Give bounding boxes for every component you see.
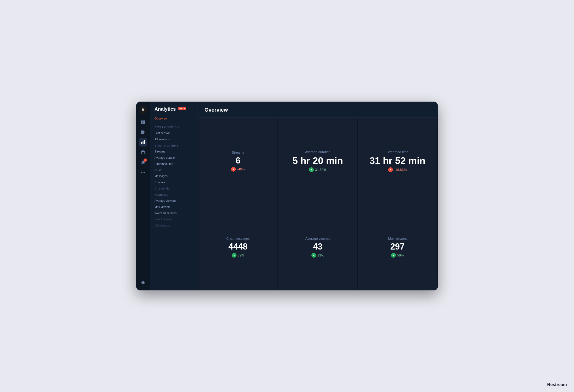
sidebar-item-messages[interactable]: Messages	[150, 173, 198, 179]
sidebar-item-all-followers: All followers	[150, 222, 198, 229]
svg-rect-12	[143, 281, 143, 284]
up-arrow-icon: ▲	[232, 253, 237, 258]
sidebar-item-avg-viewers[interactable]: Average viewers	[150, 198, 198, 204]
metric-label: Streamed time	[387, 150, 408, 154]
change-text: -18.83%	[394, 168, 407, 172]
metric-change: ▲32%	[232, 253, 245, 258]
metric-change: ▼-40%	[231, 167, 245, 172]
change-text: 32%	[238, 253, 245, 257]
sidebar-section-label: STREAM SESSIONS	[150, 124, 198, 130]
metric-card-streams: Streams6▼-40%	[199, 118, 277, 204]
change-text: 23%	[317, 253, 324, 257]
svg-point-8	[143, 172, 144, 173]
svg-rect-0	[141, 120, 143, 122]
sidebar-item-new-followers: New followers	[150, 216, 198, 222]
rail-icon-more[interactable]	[139, 168, 147, 177]
metric-label: Max viewers	[388, 237, 407, 240]
svg-rect-5	[143, 141, 144, 144]
metric-label: Average duration	[305, 150, 330, 154]
svg-rect-6	[144, 140, 145, 144]
sidebar-section-label: STREAM METRICS	[150, 142, 198, 148]
sidebar-item-streamed-time[interactable]: Streamed time	[150, 161, 198, 167]
change-text: -40%	[237, 167, 245, 171]
sidebar-section-label: CHAT	[150, 167, 198, 173]
up-arrow-icon: ▲	[309, 167, 314, 172]
svg-point-9	[144, 172, 145, 173]
metric-value: 31 hr 52 min	[369, 156, 425, 165]
svg-rect-4	[141, 142, 142, 144]
main-content: Overview Streams6▼-40%Average duration5 …	[198, 102, 438, 290]
change-text: 58%	[397, 253, 404, 257]
icon-rail: R	[136, 102, 150, 290]
sidebar-item-avg-duration[interactable]: Average duration	[150, 155, 198, 161]
metric-value: 6	[236, 156, 240, 165]
sidebar: Analytics Beta Overview STREAM SESSIONSL…	[150, 102, 198, 290]
sidebar-item-last-session[interactable]: Last session	[150, 130, 198, 136]
logo-button[interactable]: R	[139, 105, 147, 114]
sidebar-sections: STREAM SESSIONSLast sessionAll sessionsS…	[150, 124, 198, 229]
metric-change: ▲23%	[311, 253, 324, 258]
metric-change: ▲58%	[391, 253, 404, 258]
rail-icon-analytics[interactable]	[139, 138, 147, 147]
svg-rect-1	[141, 122, 143, 124]
sidebar-item-chat-trends: Chat trends	[150, 185, 198, 192]
metric-value: 5 hr 20 min	[292, 156, 343, 165]
change-text: 31.32%	[315, 168, 326, 172]
sidebar-item-streams[interactable]: Streams	[150, 148, 198, 155]
svg-point-7	[141, 172, 142, 173]
sidebar-title: Analytics	[155, 106, 176, 112]
rail-icon-dashboard[interactable]	[139, 118, 147, 126]
rail-icon-gift[interactable]	[139, 278, 147, 287]
down-arrow-icon: ▼	[388, 167, 393, 172]
metrics-grid: Streams6▼-40%Average duration5 hr 20 min…	[198, 118, 438, 290]
metric-label: Streams	[232, 151, 244, 155]
metric-card-avg-viewers: Average viewers43▲23%	[278, 204, 357, 290]
metric-card-streamed-time: Streamed time31 hr 52 min▼-18.83%	[358, 118, 437, 204]
beta-badge: Beta	[178, 107, 186, 110]
app-window: R	[136, 102, 438, 290]
main-header: Overview	[198, 102, 438, 118]
metric-card-avg-duration: Average duration5 hr 20 min▲31.32%	[278, 118, 357, 204]
sidebar-item-max-viewers[interactable]: Max viewers	[150, 204, 198, 210]
metric-card-max-viewers: Max viewers297▲58%	[358, 204, 437, 290]
sidebar-header: Analytics Beta	[150, 106, 198, 117]
metric-label: Chat messages	[226, 237, 250, 240]
metric-label: Average viewers	[306, 237, 330, 240]
metric-card-chat-messages: Chat messages4448▲32%	[199, 204, 277, 290]
rail-icon-video[interactable]	[139, 128, 147, 137]
rail-icon-notifications[interactable]: 1	[139, 158, 147, 167]
metric-value: 297	[390, 242, 405, 251]
svg-rect-3	[143, 122, 145, 124]
branding: Restream	[547, 382, 567, 387]
notification-badge: 1	[144, 158, 147, 162]
sidebar-item-chatters[interactable]: Chatters	[150, 179, 198, 185]
down-arrow-icon: ▼	[231, 167, 236, 172]
sidebar-section-label: AUDIENCE	[150, 192, 198, 198]
sidebar-item-watched-minutes[interactable]: Watched minutes	[150, 210, 198, 216]
up-arrow-icon: ▲	[311, 253, 316, 258]
metric-change: ▼-18.83%	[388, 167, 407, 172]
metric-change: ▲31.32%	[309, 167, 326, 172]
sidebar-overview[interactable]: Overview	[150, 117, 198, 124]
metric-value: 4448	[228, 242, 247, 251]
svg-rect-2	[143, 120, 145, 122]
page-title: Overview	[205, 107, 228, 113]
sidebar-item-all-sessions[interactable]: All sessions	[150, 136, 198, 142]
rail-icon-calendar[interactable]	[139, 148, 147, 157]
metric-value: 43	[313, 242, 322, 251]
up-arrow-icon: ▲	[391, 253, 396, 258]
